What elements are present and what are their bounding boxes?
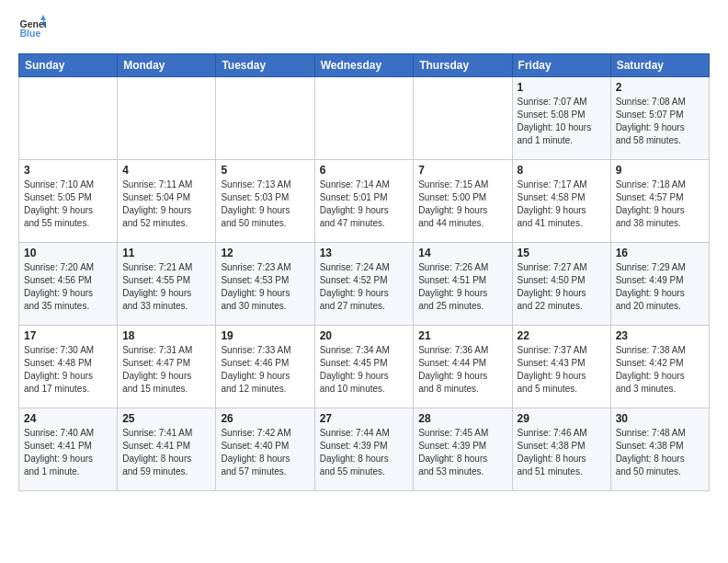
day-info: Sunrise: 7:14 AM Sunset: 5:01 PM Dayligh… [320, 178, 409, 230]
day-number: 2 [616, 81, 704, 94]
day-number: 15 [518, 247, 606, 259]
day-number: 8 [518, 164, 606, 177]
day-info: Sunrise: 7:18 AM Sunset: 4:57 PM Dayligh… [616, 178, 704, 230]
weekday-header-row: SundayMondayTuesdayWednesdayThursdayFrid… [19, 54, 710, 77]
calendar-cell: 26Sunrise: 7:42 AM Sunset: 4:40 PM Dayli… [216, 408, 314, 491]
day-number: 3 [24, 164, 112, 177]
day-info: Sunrise: 7:26 AM Sunset: 4:51 PM Dayligh… [418, 261, 506, 313]
calendar-cell: 5Sunrise: 7:13 AM Sunset: 5:03 PM Daylig… [216, 160, 314, 243]
day-number: 19 [221, 329, 309, 342]
calendar-cell: 6Sunrise: 7:14 AM Sunset: 5:01 PM Daylig… [314, 160, 414, 243]
day-number: 17 [24, 329, 112, 342]
day-number: 9 [616, 164, 704, 177]
calendar-cell: 27Sunrise: 7:44 AM Sunset: 4:39 PM Dayli… [314, 408, 414, 491]
day-number: 23 [616, 329, 704, 342]
day-info: Sunrise: 7:34 AM Sunset: 4:45 PM Dayligh… [320, 344, 409, 396]
calendar-cell [216, 77, 314, 160]
calendar-cell [314, 77, 414, 160]
calendar-cell: 8Sunrise: 7:17 AM Sunset: 4:58 PM Daylig… [512, 160, 610, 243]
day-info: Sunrise: 7:15 AM Sunset: 5:00 PM Dayligh… [418, 178, 506, 230]
day-info: Sunrise: 7:20 AM Sunset: 4:56 PM Dayligh… [24, 261, 112, 313]
calendar-cell: 13Sunrise: 7:24 AM Sunset: 4:52 PM Dayli… [314, 243, 414, 326]
day-info: Sunrise: 7:29 AM Sunset: 4:49 PM Dayligh… [616, 261, 704, 313]
day-info: Sunrise: 7:46 AM Sunset: 4:38 PM Dayligh… [518, 427, 606, 478]
day-number: 24 [24, 412, 112, 425]
day-info: Sunrise: 7:07 AM Sunset: 5:08 PM Dayligh… [518, 96, 606, 147]
day-info: Sunrise: 7:44 AM Sunset: 4:39 PM Dayligh… [320, 427, 409, 478]
day-info: Sunrise: 7:24 AM Sunset: 4:52 PM Dayligh… [320, 261, 409, 313]
calendar-cell [118, 77, 216, 160]
calendar-week-4: 17Sunrise: 7:30 AM Sunset: 4:48 PM Dayli… [19, 326, 710, 408]
weekday-header-tuesday: Tuesday [216, 54, 314, 77]
day-number: 11 [122, 247, 210, 259]
calendar-cell: 9Sunrise: 7:18 AM Sunset: 4:57 PM Daylig… [610, 160, 709, 243]
calendar-cell: 29Sunrise: 7:46 AM Sunset: 4:38 PM Dayli… [512, 408, 610, 491]
day-info: Sunrise: 7:31 AM Sunset: 4:47 PM Dayligh… [122, 344, 210, 396]
page-container: General Blue SundayMondayTuesdayWednesda… [0, 0, 728, 500]
day-number: 22 [518, 329, 606, 342]
weekday-header-thursday: Thursday [414, 54, 512, 77]
weekday-header-wednesday: Wednesday [314, 54, 414, 77]
day-info: Sunrise: 7:08 AM Sunset: 5:07 PM Dayligh… [616, 96, 704, 147]
day-info: Sunrise: 7:40 AM Sunset: 4:41 PM Dayligh… [24, 427, 112, 478]
calendar-cell: 22Sunrise: 7:37 AM Sunset: 4:43 PM Dayli… [512, 326, 610, 408]
day-number: 29 [518, 412, 606, 425]
day-info: Sunrise: 7:41 AM Sunset: 4:41 PM Dayligh… [122, 427, 210, 478]
weekday-header-saturday: Saturday [610, 54, 709, 77]
day-info: Sunrise: 7:30 AM Sunset: 4:48 PM Dayligh… [24, 344, 112, 396]
calendar-week-1: 1Sunrise: 7:07 AM Sunset: 5:08 PM Daylig… [19, 77, 710, 160]
calendar-body: 1Sunrise: 7:07 AM Sunset: 5:08 PM Daylig… [19, 77, 710, 491]
day-info: Sunrise: 7:33 AM Sunset: 4:46 PM Dayligh… [221, 344, 309, 396]
day-number: 18 [122, 329, 210, 342]
calendar-cell [414, 77, 512, 160]
day-number: 14 [418, 247, 506, 259]
day-number: 7 [418, 164, 506, 177]
calendar-week-3: 10Sunrise: 7:20 AM Sunset: 4:56 PM Dayli… [19, 243, 710, 326]
day-info: Sunrise: 7:38 AM Sunset: 4:42 PM Dayligh… [616, 344, 704, 396]
calendar-cell: 11Sunrise: 7:21 AM Sunset: 4:55 PM Dayli… [118, 243, 216, 326]
calendar-cell: 14Sunrise: 7:26 AM Sunset: 4:51 PM Dayli… [414, 243, 512, 326]
calendar-header: SundayMondayTuesdayWednesdayThursdayFrid… [19, 54, 710, 77]
day-number: 4 [122, 164, 210, 177]
day-number: 28 [418, 412, 506, 425]
calendar-cell: 18Sunrise: 7:31 AM Sunset: 4:47 PM Dayli… [118, 326, 216, 408]
calendar-cell: 4Sunrise: 7:11 AM Sunset: 5:04 PM Daylig… [118, 160, 216, 243]
day-info: Sunrise: 7:45 AM Sunset: 4:39 PM Dayligh… [418, 427, 506, 478]
day-number: 27 [320, 412, 409, 425]
calendar-cell: 10Sunrise: 7:20 AM Sunset: 4:56 PM Dayli… [19, 243, 118, 326]
day-info: Sunrise: 7:36 AM Sunset: 4:44 PM Dayligh… [418, 344, 506, 396]
day-number: 6 [320, 164, 409, 177]
calendar-cell: 25Sunrise: 7:41 AM Sunset: 4:41 PM Dayli… [118, 408, 216, 491]
calendar-cell: 23Sunrise: 7:38 AM Sunset: 4:42 PM Dayli… [610, 326, 709, 408]
calendar-cell [19, 77, 118, 160]
calendar-week-2: 3Sunrise: 7:10 AM Sunset: 5:05 PM Daylig… [19, 160, 710, 243]
logo-icon: General Blue [18, 15, 46, 42]
day-info: Sunrise: 7:23 AM Sunset: 4:53 PM Dayligh… [221, 261, 309, 313]
calendar-cell: 28Sunrise: 7:45 AM Sunset: 4:39 PM Dayli… [414, 408, 512, 491]
day-info: Sunrise: 7:11 AM Sunset: 5:04 PM Dayligh… [122, 178, 210, 230]
day-info: Sunrise: 7:13 AM Sunset: 5:03 PM Dayligh… [221, 178, 309, 230]
calendar-cell: 2Sunrise: 7:08 AM Sunset: 5:07 PM Daylig… [610, 77, 709, 160]
day-info: Sunrise: 7:37 AM Sunset: 4:43 PM Dayligh… [518, 344, 606, 396]
calendar-cell: 7Sunrise: 7:15 AM Sunset: 5:00 PM Daylig… [414, 160, 512, 243]
day-number: 30 [616, 412, 704, 425]
calendar-cell: 1Sunrise: 7:07 AM Sunset: 5:08 PM Daylig… [512, 77, 610, 160]
day-info: Sunrise: 7:48 AM Sunset: 4:38 PM Dayligh… [616, 427, 704, 478]
calendar-cell: 19Sunrise: 7:33 AM Sunset: 4:46 PM Dayli… [216, 326, 314, 408]
day-info: Sunrise: 7:17 AM Sunset: 4:58 PM Dayligh… [518, 178, 606, 230]
day-number: 20 [320, 329, 409, 342]
day-info: Sunrise: 7:10 AM Sunset: 5:05 PM Dayligh… [24, 178, 112, 230]
day-number: 13 [320, 247, 409, 259]
calendar-cell: 20Sunrise: 7:34 AM Sunset: 4:45 PM Dayli… [314, 326, 414, 408]
weekday-header-friday: Friday [512, 54, 610, 77]
day-info: Sunrise: 7:21 AM Sunset: 4:55 PM Dayligh… [122, 261, 210, 313]
day-number: 26 [221, 412, 309, 425]
calendar-cell: 17Sunrise: 7:30 AM Sunset: 4:48 PM Dayli… [19, 326, 118, 408]
day-number: 25 [122, 412, 210, 425]
logo: General Blue [18, 15, 51, 42]
calendar-week-5: 24Sunrise: 7:40 AM Sunset: 4:41 PM Dayli… [19, 408, 710, 491]
day-info: Sunrise: 7:42 AM Sunset: 4:40 PM Dayligh… [221, 427, 309, 478]
day-number: 1 [518, 81, 606, 94]
calendar-cell: 16Sunrise: 7:29 AM Sunset: 4:49 PM Dayli… [610, 243, 709, 326]
weekday-header-monday: Monday [118, 54, 216, 77]
